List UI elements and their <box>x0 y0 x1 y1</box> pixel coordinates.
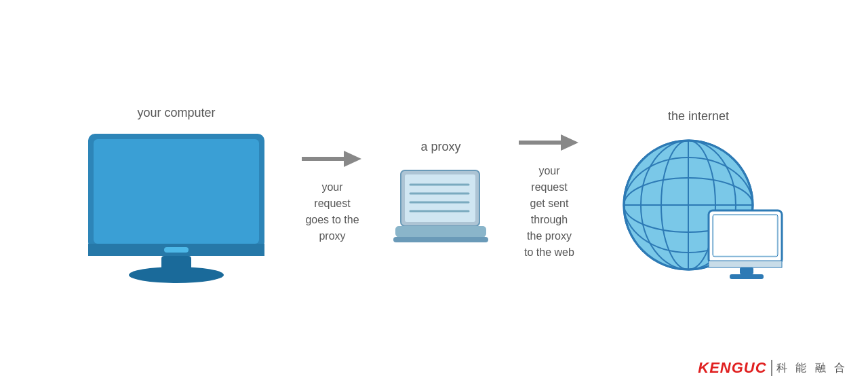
proxy-icon <box>390 161 492 249</box>
svg-rect-33 <box>709 261 782 267</box>
computer-label: your computer <box>137 106 215 120</box>
watermark-divider <box>771 360 772 376</box>
arrow1-label: your request goes to the proxy <box>305 179 359 244</box>
watermark-tagline: 科 能 融 合 <box>776 361 848 375</box>
svg-rect-5 <box>164 247 189 253</box>
arrow1-block: your request goes to the proxy <box>292 145 373 244</box>
computer-block: your computer <box>75 106 278 283</box>
svg-rect-34 <box>740 267 753 274</box>
arrow2-label: your request get sent through the proxy … <box>524 163 574 261</box>
svg-rect-13 <box>405 174 475 222</box>
arrow1-icon <box>302 145 363 172</box>
proxy-label: a proxy <box>420 140 460 154</box>
internet-label: the internet <box>668 109 729 124</box>
svg-marker-21 <box>561 134 578 151</box>
svg-rect-32 <box>714 216 776 255</box>
internet-block: the internet <box>604 109 793 280</box>
svg-rect-1 <box>94 139 259 244</box>
computer-icon <box>81 127 271 283</box>
diagram-container: your computer your request goes to the p… <box>0 0 868 389</box>
arrow2-block: your request get sent through the proxy … <box>509 129 590 261</box>
svg-marker-7 <box>344 151 361 167</box>
svg-rect-35 <box>730 274 764 279</box>
arrow2-icon <box>519 129 580 156</box>
svg-rect-19 <box>393 237 488 242</box>
svg-rect-18 <box>395 226 486 237</box>
internet-icon <box>610 130 787 280</box>
svg-point-4 <box>129 267 224 283</box>
watermark: KENGUC 科 能 融 合 <box>698 359 848 377</box>
watermark-brand: KENGUC <box>698 359 766 377</box>
proxy-block: a proxy <box>387 140 495 249</box>
